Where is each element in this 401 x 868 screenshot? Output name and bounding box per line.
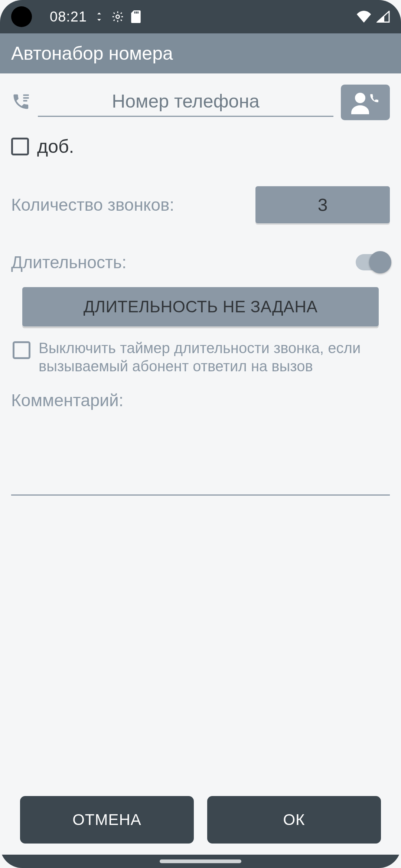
- extension-row: доб.: [11, 136, 390, 157]
- extension-label: доб.: [37, 136, 74, 157]
- call-count-button[interactable]: 3: [255, 186, 390, 223]
- duration-row: Длительность:: [11, 252, 390, 272]
- ok-button[interactable]: ОК: [207, 796, 381, 844]
- recent-calls-icon[interactable]: [11, 92, 30, 113]
- status-left: 08:21: [11, 6, 141, 27]
- disable-timer-row: Выключить таймер длительности звонка, ес…: [11, 339, 390, 375]
- call-count-label: Количество звонков:: [11, 195, 174, 215]
- svg-rect-2: [136, 11, 137, 14]
- svg-point-0: [116, 15, 120, 18]
- duration-button-label: ДЛИТЕЛЬНОСТЬ НЕ ЗАДАНА: [84, 297, 318, 316]
- cancel-button[interactable]: ОТМЕНА: [20, 796, 194, 844]
- svg-rect-3: [137, 11, 138, 14]
- content: доб. Количество звонков: 3 Длительность:…: [0, 73, 401, 855]
- page-title: Автонабор номера: [11, 43, 173, 64]
- home-handle[interactable]: [160, 859, 241, 863]
- svg-rect-1: [134, 11, 136, 14]
- spacer: [11, 496, 390, 796]
- svg-rect-5: [23, 97, 29, 99]
- footer: ОТМЕНА ОК: [11, 796, 390, 855]
- expand-icon: [94, 11, 105, 22]
- phone-input-wrap: [38, 88, 333, 117]
- gear-icon: [111, 10, 124, 23]
- cell-signal-icon: [376, 11, 390, 23]
- duration-label: Длительность:: [11, 252, 127, 272]
- disable-timer-label: Выключить таймер длительности звонка, ес…: [39, 339, 388, 375]
- svg-rect-4: [23, 95, 29, 96]
- status-right: [356, 11, 390, 23]
- phone-input[interactable]: [38, 88, 333, 117]
- navigation-bar: [0, 855, 401, 868]
- extension-checkbox[interactable]: [11, 138, 29, 155]
- app-bar: Автонабор номера: [0, 33, 401, 73]
- camera-cutout: [11, 6, 32, 27]
- call-count-row: Количество звонков: 3: [11, 186, 390, 223]
- status-bar: 08:21: [0, 0, 401, 33]
- cancel-button-label: ОТМЕНА: [72, 811, 141, 829]
- duration-button[interactable]: ДЛИТЕЛЬНОСТЬ НЕ ЗАДАНА: [22, 287, 379, 326]
- wifi-icon: [356, 11, 371, 23]
- ok-button-label: ОК: [283, 811, 305, 829]
- pick-contact-button[interactable]: [341, 85, 390, 120]
- disable-timer-checkbox[interactable]: [13, 341, 30, 359]
- duration-toggle[interactable]: [356, 254, 390, 270]
- sd-card-icon: [131, 10, 141, 23]
- comment-label: Комментарий:: [11, 390, 390, 410]
- comment-input[interactable]: [11, 414, 390, 496]
- svg-point-7: [355, 93, 365, 103]
- switch-thumb: [369, 251, 391, 273]
- status-time: 08:21: [50, 9, 87, 25]
- call-count-value: 3: [318, 195, 328, 215]
- phone-row: [11, 85, 390, 120]
- svg-rect-6: [23, 100, 27, 102]
